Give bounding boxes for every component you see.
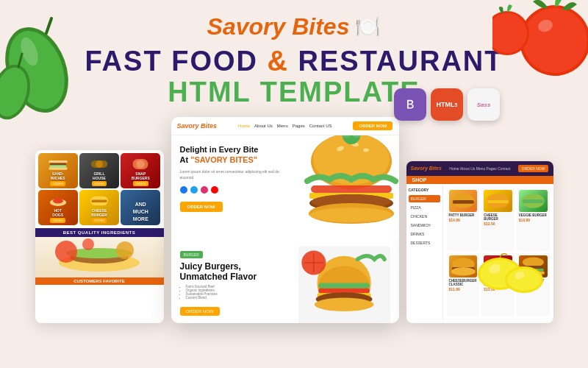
lemon-decoration bbox=[474, 243, 548, 302]
logo-area: Savory Bites 🍽️ bbox=[207, 13, 381, 40]
product-3-price: $10.99 bbox=[519, 218, 548, 222]
product-4-image bbox=[449, 255, 478, 277]
svg-rect-18 bbox=[49, 160, 67, 163]
logo-icon: 🍽️ bbox=[355, 15, 381, 39]
hero-order-btn[interactable]: ORDER NOW bbox=[180, 202, 223, 212]
svg-point-23 bbox=[96, 160, 103, 168]
category-hotdogs[interactable]: HOTDOGS ORDER bbox=[38, 190, 78, 225]
ingredients-section: BEST QUALITY INGREDIENTS bbox=[35, 228, 164, 237]
hero-desc: Lorem ipsum dolor sit amet consectetur a… bbox=[180, 169, 291, 180]
hero-burger-image bbox=[296, 135, 399, 238]
right-cta-btn[interactable]: ORDER NOW bbox=[518, 165, 549, 172]
second-section: BURGER Juicy Burgers,Unmatched Flavor Fa… bbox=[171, 238, 399, 323]
nav-home[interactable]: Home bbox=[238, 124, 250, 128]
section-order-btn[interactable]: ORDER NOW bbox=[180, 307, 220, 316]
social-icons bbox=[180, 186, 291, 194]
section-title: Juicy Burgers,Unmatched Flavor bbox=[180, 261, 292, 283]
logo-text: Savory Bites bbox=[207, 13, 350, 40]
svg-point-27 bbox=[53, 198, 63, 203]
sidebar-category-chicken[interactable]: CHICKEN bbox=[409, 213, 440, 220]
svg-point-69 bbox=[451, 267, 475, 276]
svg-point-34 bbox=[116, 241, 134, 259]
product-4-name: CHEESEBURGER CLASSIC bbox=[449, 279, 478, 286]
svg-rect-29 bbox=[91, 199, 107, 202]
nav-about[interactable]: About Us bbox=[254, 124, 273, 128]
product-3[interactable]: VEGGIE BURGER $10.99 bbox=[517, 188, 550, 251]
category-more[interactable]: ANDMUCHMORE bbox=[121, 190, 160, 225]
pepper-decoration bbox=[0, 11, 85, 129]
svg-point-25 bbox=[137, 160, 145, 168]
section-tag: BURGER bbox=[180, 251, 203, 258]
svg-point-8 bbox=[523, 8, 587, 73]
youtube-icon[interactable] bbox=[211, 186, 218, 194]
section-desc-list: Farm-Sourced Beef Organic Ingredients Su… bbox=[180, 285, 292, 300]
product-2-price: $12.50 bbox=[484, 222, 512, 226]
svg-line-2 bbox=[46, 18, 51, 33]
sass-badge: Sass bbox=[467, 88, 500, 121]
second-text: BURGER Juicy Burgers,Unmatched Flavor Fa… bbox=[180, 246, 292, 323]
svg-rect-52 bbox=[319, 283, 370, 288]
svg-rect-62 bbox=[452, 200, 473, 204]
svg-rect-19 bbox=[49, 163, 65, 165]
center-nav-links: Home About Us Menu Pages Contact US bbox=[238, 124, 331, 128]
center-hero: Delight in Every Bite At "SAVORY BITES" … bbox=[171, 135, 399, 238]
svg-point-35 bbox=[82, 238, 94, 250]
product-2-name: CHEESE BURGER bbox=[484, 213, 512, 221]
tomato-decoration bbox=[492, 0, 588, 81]
sidebar-category-sandwich[interactable]: SANDWICH bbox=[409, 222, 440, 229]
html-badge: HTML 5 bbox=[431, 88, 463, 121]
product-2[interactable]: CHEESE BURGER $12.50 bbox=[481, 188, 514, 251]
svg-rect-64 bbox=[487, 200, 509, 203]
svg-rect-66 bbox=[523, 199, 544, 203]
customers-bar: CUSTOMERS FAVORITE bbox=[35, 277, 164, 285]
hero-text: Delight in Every Bite At "SAVORY BITES" … bbox=[171, 135, 297, 238]
svg-rect-53 bbox=[319, 288, 370, 292]
product-2-image bbox=[484, 190, 512, 212]
svg-point-33 bbox=[55, 241, 77, 263]
tech-badges: HTML 5 Sass bbox=[394, 88, 500, 121]
right-logo: Savory Bites bbox=[411, 166, 442, 171]
category-cheese[interactable]: CHEESEBURGER ORDER bbox=[79, 190, 119, 225]
sidebar-category-desserts[interactable]: DESSERTS bbox=[409, 239, 440, 247]
hero-title: Delight in Every Bite At "SAVORY BITES" bbox=[180, 144, 291, 166]
category-grill[interactable]: GRILLHOUSE ORDER bbox=[79, 153, 119, 188]
facebook-icon[interactable] bbox=[180, 186, 187, 194]
svg-point-16 bbox=[507, 269, 541, 291]
product-4-price: $11.99 bbox=[449, 287, 478, 291]
svg-point-56 bbox=[315, 297, 374, 311]
nav-menu[interactable]: Menu bbox=[277, 124, 288, 128]
sidebar-category-pizza[interactable]: PIZZA bbox=[409, 204, 440, 211]
category-sandwiches[interactable]: SAND-WICHES ORDER bbox=[38, 153, 78, 188]
product-1[interactable]: PATTY BURGER $14.99 bbox=[447, 188, 480, 251]
bootstrap-badge bbox=[394, 88, 426, 121]
twitter-icon[interactable] bbox=[190, 186, 198, 194]
category-snap[interactable]: SNAPBURGERS ORDER bbox=[121, 153, 160, 188]
svg-rect-41 bbox=[311, 185, 392, 193]
preview-center: Savory Bites Home About Us Menu Pages Co… bbox=[171, 117, 399, 323]
sidebar-category-burger[interactable]: BURGER bbox=[409, 195, 440, 202]
preview-left: SAND-WICHES ORDER GRILLHOUSE ORDER SNAPB… bbox=[35, 150, 164, 323]
shop-tag: SHOP bbox=[406, 176, 553, 184]
right-navbar: Savory Bites Home About Us Menu Pages Co… bbox=[406, 161, 553, 176]
product-1-price: $14.99 bbox=[449, 218, 478, 222]
product-1-name: PATTY BURGER bbox=[449, 213, 478, 217]
center-logo: Savory Bites bbox=[177, 122, 218, 130]
svg-rect-20 bbox=[49, 165, 65, 167]
category-grid: SAND-WICHES ORDER GRILLHOUSE ORDER SNAPB… bbox=[35, 150, 164, 228]
heading-line1: FAST FOOD & RESTAURANT bbox=[85, 46, 503, 77]
center-order-btn[interactable]: ORDER NOW bbox=[353, 121, 392, 130]
second-section-image bbox=[298, 246, 390, 323]
shop-sidebar: CATEGORY BURGER PIZZA CHICKEN SANDWICH D… bbox=[406, 184, 443, 320]
nav-pages[interactable]: Pages bbox=[293, 124, 305, 128]
product-1-image bbox=[449, 190, 478, 212]
nav-contact[interactable]: Contact US bbox=[309, 124, 332, 128]
svg-point-46 bbox=[310, 208, 392, 222]
svg-rect-21 bbox=[49, 167, 67, 170]
center-navbar: Savory Bites Home About Us Menu Pages Co… bbox=[171, 117, 399, 135]
instagram-icon[interactable] bbox=[201, 186, 208, 194]
ingredients-image bbox=[35, 237, 164, 277]
product-3-name: VEGGIE BURGER bbox=[519, 213, 548, 217]
product-3-image bbox=[519, 190, 548, 212]
sidebar-category-drinks[interactable]: DRINKS bbox=[409, 230, 440, 238]
